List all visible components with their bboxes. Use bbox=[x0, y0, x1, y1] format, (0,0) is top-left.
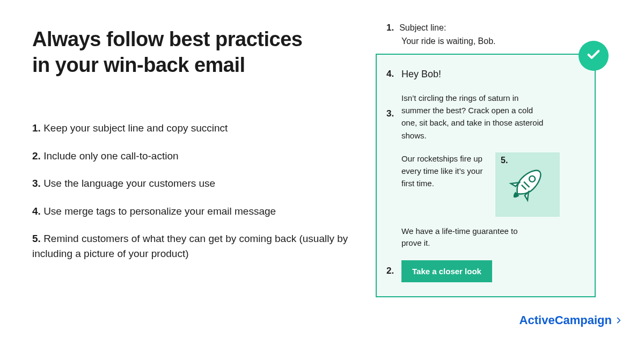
callout-number: 5. bbox=[501, 156, 508, 165]
headline-line-1: Always follow best practices bbox=[32, 28, 302, 50]
page-title: Always follow best practices in your win… bbox=[32, 27, 349, 78]
email-cta-row: 2. Take a closer look bbox=[401, 260, 581, 282]
list-item: 2. Include only one call-to-action bbox=[32, 149, 349, 164]
callout-number: 3. bbox=[386, 107, 394, 121]
email-greeting-row: 4. Hey Bob! bbox=[401, 69, 581, 80]
callout-number: 2. bbox=[386, 266, 394, 276]
best-practices-list: 1. Keep your subject line and copy succi… bbox=[32, 121, 349, 261]
list-text: Use the language your customers use bbox=[43, 178, 215, 189]
email-paragraph: Isn’t circling the rings of saturn in su… bbox=[401, 93, 543, 140]
list-number: 4. bbox=[32, 206, 41, 217]
check-icon bbox=[586, 47, 601, 64]
email-preview-card: 4. Hey Bob! 3. Isn’t circling the rings … bbox=[376, 54, 596, 297]
list-item: 4. Use merge tags to personalize your em… bbox=[32, 204, 349, 219]
list-item: 3. Use the language your customers use bbox=[32, 176, 349, 191]
list-number: 5. bbox=[32, 233, 41, 244]
callout-number: 4. bbox=[386, 69, 394, 79]
check-badge bbox=[579, 41, 609, 71]
email-paragraph: We have a life-time guarantee to prove i… bbox=[401, 225, 519, 250]
left-column: Always follow best practices in your win… bbox=[32, 21, 349, 337]
email-rocket-row: Our rocketships fire up every time like … bbox=[401, 152, 581, 217]
list-item: 5. Remind customers of what they can get… bbox=[32, 231, 349, 261]
list-item: 1. Keep your subject line and copy succi… bbox=[32, 121, 349, 136]
email-paragraph: Our rocketships fire up every time like … bbox=[401, 152, 485, 190]
list-text: Use merge tags to personalize your email… bbox=[43, 206, 276, 217]
page: Always follow best practices in your win… bbox=[0, 0, 644, 337]
email-greeting: Hey Bob! bbox=[401, 69, 441, 79]
list-number: 2. bbox=[32, 150, 41, 162]
chevron-right-icon bbox=[615, 317, 623, 324]
right-column: 1.Subject line: Your ride is waiting, Bo… bbox=[349, 21, 623, 337]
rocket-icon bbox=[507, 163, 548, 207]
brand-logo: ActiveCampaign bbox=[519, 313, 623, 327]
email-paragraph-row: 3. Isn’t circling the rings of saturn in… bbox=[401, 92, 546, 142]
list-text: Remind customers of what they can get by… bbox=[32, 233, 348, 259]
list-number: 1. bbox=[32, 122, 41, 134]
cta-button[interactable]: Take a closer look bbox=[401, 260, 492, 282]
subject-label: Subject line: bbox=[399, 23, 446, 32]
product-image: 5. bbox=[495, 152, 560, 217]
headline-line-2: in your win-back email bbox=[32, 54, 245, 76]
list-text: Keep your subject line and copy succinct bbox=[43, 122, 228, 134]
list-number: 3. bbox=[32, 178, 41, 189]
list-text: Include only one call-to-action bbox=[43, 150, 178, 162]
callout-number: 1. bbox=[386, 23, 394, 33]
brand-name: ActiveCampaign bbox=[519, 313, 612, 327]
